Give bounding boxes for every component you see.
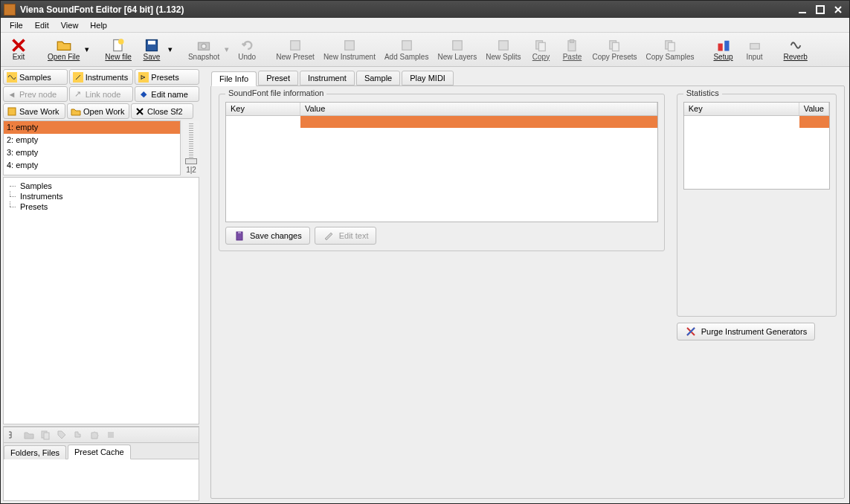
app-window: Viena SoundFont Editor [64 bit] (1.132) … [0, 0, 850, 504]
stats-col-value[interactable]: Value [799, 103, 829, 115]
statistics-grid[interactable]: Key Value [683, 102, 830, 190]
undo-button[interactable]: Undo [232, 34, 262, 65]
new-layers-button[interactable]: New Layers [434, 34, 480, 65]
save-label: Save [144, 53, 161, 61]
tab-file-info[interactable]: File Info [211, 71, 257, 86]
pencil-icon [323, 230, 335, 242]
snapshot-button[interactable]: Snapshot [184, 34, 223, 65]
copy-icon [533, 39, 548, 52]
samples-filter-label: Samples [19, 73, 51, 82]
save-work-button[interactable]: Save Work [3, 103, 65, 119]
svg-rect-27 [8, 108, 16, 115]
instruments-filter-button[interactable]: Instruments [69, 69, 134, 85]
open-file-button[interactable]: Open File [44, 34, 83, 65]
preset-cache-box[interactable] [3, 459, 199, 501]
new-layers-label: New Layers [437, 53, 477, 61]
col-value[interactable]: Value [300, 103, 657, 115]
edit-text-button[interactable]: Edit text [315, 227, 377, 245]
minimize-button[interactable] [794, 3, 811, 16]
folder-icon[interactable] [22, 428, 36, 442]
new-splits-button[interactable]: New Splits [482, 34, 524, 65]
input-icon [747, 39, 762, 52]
setup-label: Setup [713, 53, 733, 61]
close-sf2-button[interactable]: Close Sf2 [131, 103, 193, 119]
paste-button[interactable]: Paste [557, 34, 587, 65]
menu-file[interactable]: File [4, 19, 29, 31]
tab-sample[interactable]: Sample [356, 71, 400, 85]
tab-folders-files[interactable]: Folders, Files [4, 445, 66, 459]
new-preset-label: New Preset [276, 53, 315, 61]
edit-text-label: Edit text [339, 231, 369, 240]
list-item[interactable]: 2: empty [4, 134, 180, 146]
soundfont-list[interactable]: 1: empty 2: empty 3: empty 4: empty [3, 120, 181, 175]
link-node-button[interactable]: ↗Link node [69, 86, 134, 102]
new-preset-button[interactable]: New Preset [272, 34, 318, 65]
add-samples-button[interactable]: Add Samples [381, 34, 432, 65]
copy-small-icon[interactable] [38, 428, 53, 442]
exit-button[interactable]: Exit [4, 34, 33, 65]
save-dropdown[interactable]: ▾ [167, 45, 174, 54]
title-bar: Viena SoundFont Editor [64 bit] (1.132) [1, 1, 849, 18]
col-key[interactable]: Key [226, 103, 300, 115]
list-item[interactable]: 4: empty [4, 159, 180, 172]
left-panel: Samples Instruments Presets ◄Prev node ↗… [3, 69, 199, 501]
edit-name-button[interactable]: ◆Edit name [135, 86, 199, 102]
open-file-dropdown[interactable]: ▾ [83, 45, 91, 54]
new-splits-icon [496, 39, 511, 52]
list-item[interactable]: 3: empty [4, 146, 180, 159]
open-work-button[interactable]: Open Work [67, 103, 129, 119]
tab-preset[interactable]: Preset [258, 71, 298, 85]
tree-view-icon[interactable] [5, 428, 20, 442]
tab-preset-cache[interactable]: Preset Cache [68, 445, 131, 459]
copy-button[interactable]: Copy [526, 34, 556, 65]
svg-rect-26 [138, 72, 149, 83]
prev-node-button[interactable]: ◄Prev node [3, 86, 68, 102]
tab-play-midi[interactable]: Play MIDI [402, 71, 454, 85]
file-info-grid[interactable]: Key Value [225, 102, 658, 222]
tree-item-instruments[interactable]: Instruments [5, 191, 197, 201]
svg-rect-12 [499, 40, 509, 50]
structure-tree[interactable]: Samples Instruments Presets [3, 177, 199, 424]
purge-generators-button[interactable]: Purge Instrument Generators [677, 323, 815, 340]
bottom-icon-strip [3, 427, 199, 443]
presets-filter-button[interactable]: Presets [135, 69, 199, 85]
stats-col-key[interactable]: Key [684, 103, 799, 115]
save-work-icon [7, 106, 17, 117]
menu-edit[interactable]: Edit [29, 19, 55, 31]
reverb-button[interactable]: Reverb [780, 34, 811, 65]
tab-instrument[interactable]: Instrument [300, 71, 355, 85]
save-button[interactable]: Save [137, 34, 167, 65]
svg-rect-32 [238, 231, 241, 233]
copy-presets-button[interactable]: Copy Presets [588, 34, 640, 65]
svg-rect-22 [724, 40, 729, 51]
close-button[interactable] [830, 3, 846, 16]
list-item[interactable]: 1: empty [4, 121, 180, 134]
stop-icon[interactable] [103, 428, 118, 442]
preset-icon [138, 72, 149, 83]
copy-presets-icon [607, 39, 622, 52]
piece-icon[interactable] [71, 428, 86, 442]
save-changes-button[interactable]: Save changes [225, 227, 310, 245]
snapshot-dropdown[interactable]: ▾ [223, 45, 231, 54]
menu-help[interactable]: Help [84, 19, 113, 31]
new-instrument-button[interactable]: New Instrument [320, 34, 379, 65]
tree-item-samples[interactable]: Samples [5, 181, 197, 191]
window-title: Viena SoundFont Editor [64 bit] (1.132) [20, 4, 184, 15]
svg-point-3 [118, 39, 124, 45]
paste-icon [564, 39, 579, 52]
maximize-button[interactable] [812, 3, 828, 16]
menu-view[interactable]: View [55, 19, 85, 31]
svg-rect-0 [799, 12, 806, 13]
samples-filter-button[interactable]: Samples [3, 69, 68, 85]
new-file-button[interactable]: New file [101, 34, 135, 65]
splitter[interactable] [202, 69, 205, 501]
zoom-slider[interactable]: 1|2 [183, 120, 199, 175]
tag-icon[interactable] [54, 428, 69, 442]
open-file-label: Open File [48, 53, 80, 61]
setup-button[interactable]: Setup [709, 34, 738, 65]
copy-samples-button[interactable]: Copy Samples [643, 34, 698, 65]
purge-icon [685, 326, 697, 337]
puzzle-icon[interactable] [87, 428, 102, 442]
input-button[interactable]: Input [740, 34, 770, 65]
tree-item-presets[interactable]: Presets [5, 201, 197, 212]
